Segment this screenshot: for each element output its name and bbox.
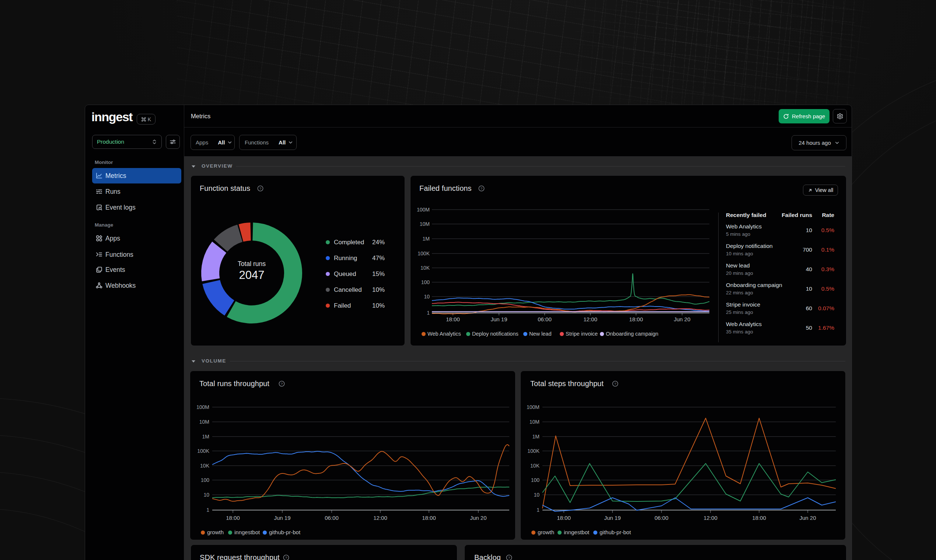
svg-text:?: ? <box>480 186 483 191</box>
svg-text:2047: 2047 <box>239 269 265 282</box>
svg-text:?: ? <box>281 382 283 386</box>
svg-text:?: ? <box>508 555 510 560</box>
svg-text:Total runs: Total runs <box>238 260 266 268</box>
svg-text:?: ? <box>285 555 288 560</box>
svg-text:?: ? <box>614 382 616 386</box>
svg-text:?: ? <box>259 186 262 191</box>
